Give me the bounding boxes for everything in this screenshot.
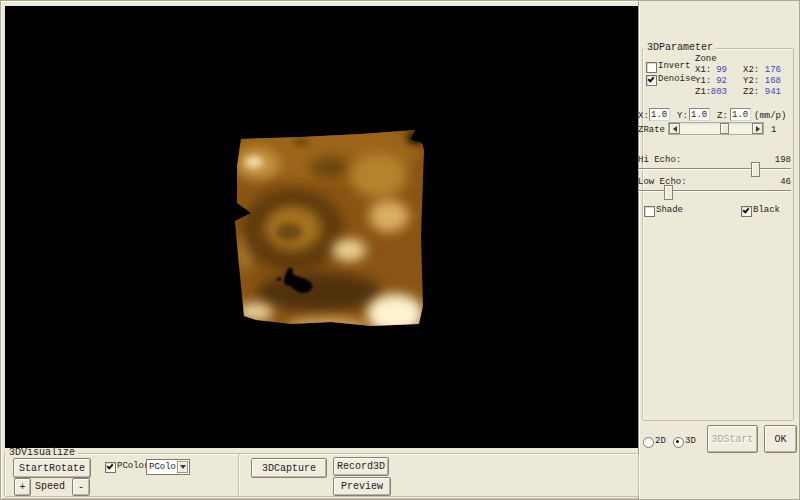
invert-checkbox-label: Invert xyxy=(658,61,690,72)
3dparameter-groupbox xyxy=(642,48,794,421)
3dvisualize-group-title: 3DVisualize xyxy=(6,448,78,458)
zrate-right-arrow-button[interactable] xyxy=(752,123,763,134)
zone-row: Y1: 92 Y2: 168 xyxy=(695,76,793,87)
app-window: 3DParameter Invert Denoise Zone X1: 99 X… xyxy=(0,0,800,500)
black-checkbox-label: Black xyxy=(753,205,780,216)
pcolor-select-dropdown-button[interactable] xyxy=(177,461,188,473)
mode-3d-radio[interactable] xyxy=(673,437,684,448)
speed-minus-button[interactable]: - xyxy=(72,478,90,496)
scale-unit-label: (mm/p) xyxy=(754,111,786,122)
zrate-slider-thumb[interactable] xyxy=(720,123,729,134)
start-rotate-button[interactable]: StartRotate xyxy=(13,458,91,478)
x-scale-input[interactable] xyxy=(649,108,670,121)
zone-z2-value: 941 xyxy=(755,87,781,98)
invert-checkbox[interactable] xyxy=(646,62,657,73)
y-scale-label: Y: xyxy=(677,111,688,122)
speed-label: Speed xyxy=(35,481,65,492)
low-echo-slider-track[interactable] xyxy=(638,190,791,192)
zrate-value: 1 xyxy=(771,125,776,136)
zone-x1-value: 99 xyxy=(703,65,727,76)
zrate-slider[interactable] xyxy=(668,122,764,135)
denoise-checkbox[interactable] xyxy=(646,75,657,86)
mode-3d-radio-label: 3D xyxy=(685,436,696,447)
speed-plus-button[interactable]: + xyxy=(14,478,31,496)
low-echo-label: Low Echo: xyxy=(638,177,687,188)
3dcapture-button[interactable]: 3DCapture xyxy=(251,458,327,478)
zrate-left-arrow-button[interactable] xyxy=(669,123,680,134)
pcolor-select[interactable]: PColor xyxy=(146,459,190,475)
zone-row: Z1: 803 Z2: 941 xyxy=(695,87,793,98)
zone-x2-value: 176 xyxy=(755,65,781,76)
ok-button[interactable]: OK xyxy=(764,425,797,453)
3dstart-button: 3DStart xyxy=(707,425,758,453)
volume-render-image xyxy=(227,116,427,334)
pcolor-checkbox[interactable] xyxy=(105,462,116,473)
3dparameter-group-title: 3DParameter xyxy=(644,43,716,53)
zone-row: X1: 99 X2: 176 xyxy=(695,65,793,76)
zone-y1-value: 92 xyxy=(703,76,727,87)
arrow-right-icon xyxy=(756,126,760,132)
shade-checkbox[interactable] xyxy=(644,206,655,217)
low-echo-value: 46 xyxy=(756,177,791,188)
z-scale-input[interactable] xyxy=(730,108,751,121)
record3d-button[interactable]: Record3D xyxy=(333,457,389,476)
hi-echo-label: Hi Echo: xyxy=(638,155,681,166)
mode-2d-radio-label: 2D xyxy=(655,436,666,447)
hi-echo-value: 198 xyxy=(756,155,791,166)
preview-button[interactable]: Preview xyxy=(333,477,391,496)
black-checkbox[interactable] xyxy=(741,206,752,217)
z-scale-label: Z: xyxy=(717,111,728,122)
hi-echo-slider-thumb[interactable] xyxy=(751,162,760,177)
zone-z1-value: 803 xyxy=(703,87,727,98)
zone-title: Zone xyxy=(695,54,717,65)
pcolor-checkbox-label: PColor xyxy=(117,461,149,472)
denoise-checkbox-label: Denoise xyxy=(658,74,696,85)
zone-y2-value: 168 xyxy=(755,76,781,87)
shade-checkbox-label: Shade xyxy=(656,205,683,216)
arrow-left-icon xyxy=(673,126,677,132)
mode-2d-radio[interactable] xyxy=(643,437,654,448)
low-echo-slider-thumb[interactable] xyxy=(664,185,673,200)
x-scale-label: X: xyxy=(638,111,649,122)
chevron-down-icon xyxy=(180,465,186,469)
3d-viewport[interactable] xyxy=(5,6,638,448)
y-scale-input[interactable] xyxy=(689,108,710,121)
hi-echo-slider-track[interactable] xyxy=(638,168,791,170)
zrate-label: ZRate xyxy=(638,125,665,136)
